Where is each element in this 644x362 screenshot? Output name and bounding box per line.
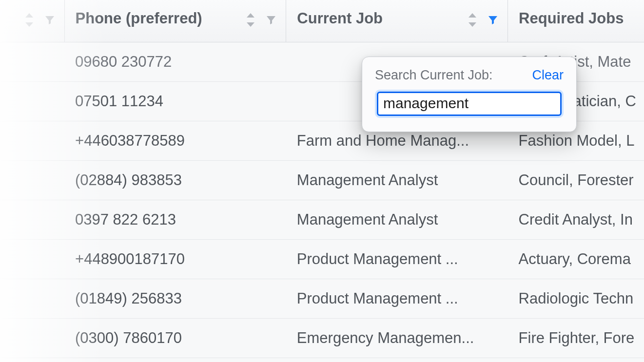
cell-required: Radiologic Techn (508, 279, 644, 319)
cell-frag: H (0, 240, 64, 279)
column-header-current-job[interactable]: Current Job (286, 0, 508, 42)
cell-frag (0, 121, 64, 161)
table-row[interactable]: JY(02884) 983853Management AnalystCounci… (0, 161, 644, 200)
filter-input-focus-ring (375, 90, 564, 118)
cell-current: Product Management ... (286, 240, 508, 279)
cell-current: Product Management ... (286, 279, 508, 319)
filter-label: Search Current Job: (375, 68, 493, 83)
cell-frag: N (0, 42, 64, 82)
cell-phone: +448900187170 (64, 240, 286, 279)
cell-phone: (02884) 983853 (64, 161, 286, 200)
table-row[interactable]: N(0300) 7860170Emergency Managemen...Fir… (0, 319, 644, 358)
column-title: Current Job (297, 10, 383, 27)
table-header-row: le Phone (preferred) Curre (0, 0, 644, 42)
sort-icon[interactable] (468, 13, 477, 27)
filter-icon-active[interactable] (487, 14, 499, 26)
cell-frag (0, 279, 64, 319)
column-title: Phone (preferred) (76, 10, 202, 27)
filter-icon[interactable] (44, 14, 56, 26)
filter-icon[interactable] (265, 14, 277, 26)
sort-icon[interactable] (246, 13, 255, 27)
cell-phone: 09680 230772 (64, 42, 286, 82)
sort-icon[interactable] (24, 13, 34, 27)
data-table: le Phone (preferred) Curre (0, 0, 644, 358)
cell-frag: D (0, 200, 64, 240)
table-row[interactable]: H+448900187170Product Management ...Actu… (0, 240, 644, 279)
column-filter-popover: Search Current Job: Clear (362, 57, 577, 132)
cell-current: Management Analyst (286, 161, 508, 200)
cell-required: Fire Fighter, Fore (508, 319, 644, 358)
column-header-phone[interactable]: Phone (preferred) (64, 0, 286, 42)
column-header-fragment[interactable]: le (0, 0, 64, 42)
cell-required: Council, Forester (508, 161, 644, 200)
column-header-required-jobs[interactable]: Required Jobs (508, 0, 644, 42)
cell-frag: N (0, 319, 64, 358)
cell-current: Emergency Managemen... (286, 319, 508, 358)
table-row[interactable]: D0397 822 6213Management AnalystCredit A… (0, 200, 644, 240)
cell-current: Management Analyst (286, 200, 508, 240)
cell-phone: 07501 11234 (64, 82, 286, 121)
cell-frag: JF (0, 82, 64, 121)
cell-phone: 0397 822 6213 (64, 200, 286, 240)
cell-phone: (01849) 256833 (64, 279, 286, 319)
column-title: Required Jobs (519, 10, 624, 27)
cell-required: Credit Analyst, In (508, 200, 644, 240)
cell-frag: JY (0, 161, 64, 200)
cell-phone: +446038778589 (64, 121, 286, 161)
filter-input[interactable] (377, 92, 562, 116)
cell-phone: (0300) 7860170 (64, 319, 286, 358)
cell-required: Actuary, Corema (508, 240, 644, 279)
clear-filter-button[interactable]: Clear (532, 68, 564, 83)
table-row[interactable]: (01849) 256833Product Management ...Radi… (0, 279, 644, 319)
